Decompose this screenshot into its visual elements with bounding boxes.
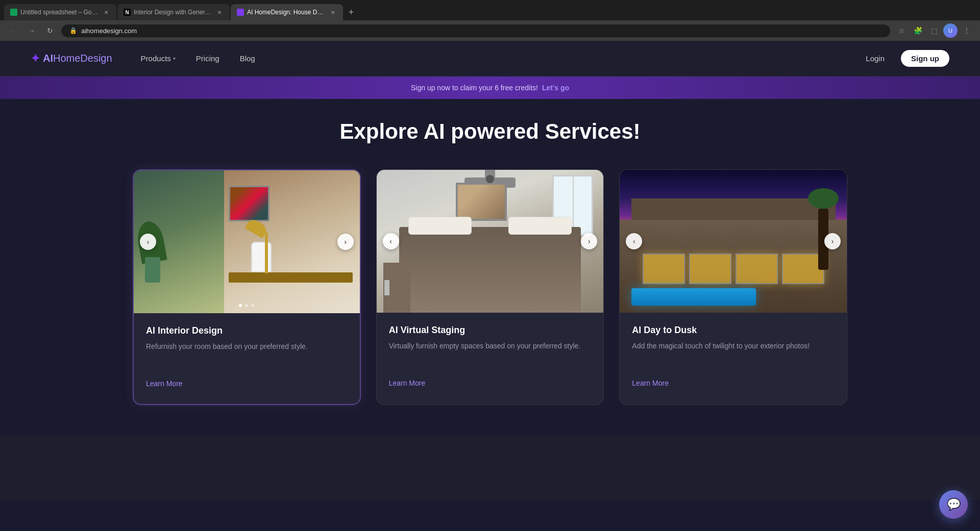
- address-bar-row: ← → ↻ 🔒 aihomedesign.com ☆ 🧩 ⬚ U ⋮: [0, 20, 980, 41]
- tab-ai[interactable]: AI HomeDesign: House Desig… ✕: [231, 4, 343, 20]
- window-3: [736, 254, 778, 284]
- products-chevron-icon: ▾: [173, 56, 176, 61]
- lock-icon: 🔒: [69, 27, 77, 34]
- back-button[interactable]: ←: [6, 23, 20, 38]
- promo-cta[interactable]: Let's go: [542, 84, 569, 92]
- nav-products-label: Products: [141, 54, 171, 63]
- logo[interactable]: ✦ AIHomeDesign: [31, 52, 112, 65]
- card-dusk-body: AI Day to Dusk Add the magical touch of …: [620, 313, 847, 403]
- promo-text: Sign up now to claim your 6 free credits…: [411, 84, 538, 92]
- nightstand-lamp: [384, 280, 389, 295]
- card-dusk-desc: Add the magical touch of twilight to you…: [632, 341, 835, 366]
- dot-3: [251, 304, 254, 307]
- pillow-right: [508, 217, 572, 235]
- nav-blog[interactable]: Blog: [232, 50, 263, 67]
- tab-notion-title: Interior Design with Generati…: [134, 9, 212, 16]
- card-staging-image: ‹ ›: [377, 170, 604, 313]
- ai-favicon: [237, 9, 244, 16]
- card-interior-next[interactable]: ›: [337, 234, 354, 250]
- website-content: ✦ AIHomeDesign Products ▾ Pricing Blog L…: [0, 41, 980, 500]
- pool: [631, 288, 756, 306]
- card-day-to-dusk[interactable]: ‹ › AI Day to Dusk Add the magical touch…: [619, 169, 847, 405]
- card-dusk-prev[interactable]: ‹: [626, 233, 642, 249]
- address-bar[interactable]: 🔒 aihomedesign.com: [61, 24, 890, 37]
- pillow-left: [408, 217, 472, 235]
- refresh-button[interactable]: ↻: [43, 23, 57, 38]
- new-tab-button[interactable]: +: [344, 5, 358, 19]
- card-staging-title: AI Virtual Staging: [389, 325, 592, 336]
- forward-button[interactable]: →: [24, 23, 39, 38]
- window-2: [689, 254, 731, 284]
- logo-text: AIHomeDesign: [43, 53, 112, 64]
- service-cards-grid: ‹ › AI Interior Design Refurnish your ro…: [133, 169, 847, 405]
- desk: [229, 272, 353, 283]
- chat-button[interactable]: 💬: [939, 490, 968, 519]
- profile-avatar[interactable]: U: [943, 23, 958, 38]
- palm-leaves: [808, 188, 839, 209]
- extensions-icon[interactable]: 🧩: [911, 23, 925, 38]
- interior-carousel-dots: [239, 304, 254, 307]
- browser-chrome: Untitled spreadsheet – Goo… ✕ N Interior…: [0, 0, 980, 41]
- nav-pricing[interactable]: Pricing: [188, 50, 228, 67]
- tab-ai-close[interactable]: ✕: [329, 8, 337, 16]
- toolbar-right: ☆ 🧩 ⬚ U ⋮: [894, 23, 974, 38]
- card-interior-design[interactable]: ‹ › AI Interior Design Refurnish your ro…: [133, 169, 361, 405]
- split-view-icon[interactable]: ⬚: [927, 23, 941, 38]
- card-interior-body: AI Interior Design Refurnish your room b…: [134, 313, 360, 404]
- nav-blog-label: Blog: [240, 54, 255, 63]
- main-content: Explore AI powered Services!: [0, 99, 980, 436]
- tab-sheets-title: Untitled spreadsheet – Goo…: [20, 9, 99, 16]
- card-interior-title: AI Interior Design: [146, 325, 348, 336]
- promo-banner: Sign up now to claim your 6 free credits…: [0, 77, 980, 99]
- house-roof: [631, 198, 836, 220]
- card-interior-image: ‹ ›: [134, 170, 360, 313]
- window-1: [643, 254, 685, 284]
- login-button[interactable]: Login: [855, 50, 895, 67]
- logo-icon: ✦: [31, 52, 40, 65]
- dot-1: [239, 304, 242, 307]
- house-windows: [643, 254, 824, 284]
- card-dusk-image: ‹ ›: [620, 170, 847, 313]
- card-staging-learn-more[interactable]: Learn More: [389, 379, 426, 387]
- tab-sheets-close[interactable]: ✕: [102, 8, 110, 16]
- section-title: Explore AI powered Services!: [31, 119, 949, 144]
- card-staging-body: AI Virtual Staging Virtually furnish emp…: [377, 313, 604, 403]
- card-interior-prev[interactable]: ‹: [140, 234, 156, 250]
- nav-products[interactable]: Products ▾: [133, 50, 184, 67]
- chair: [251, 242, 272, 272]
- plant-pot: [145, 257, 160, 283]
- card-staging-desc: Virtually furnish empty spaces based on …: [389, 341, 592, 366]
- nav-left: ✦ AIHomeDesign Products ▾ Pricing Blog: [31, 50, 263, 67]
- navbar: ✦ AIHomeDesign Products ▾ Pricing Blog L…: [0, 41, 980, 77]
- card-dusk-learn-more[interactable]: Learn More: [632, 379, 669, 387]
- card-dusk-next[interactable]: ›: [824, 233, 841, 249]
- card-staging-next[interactable]: ›: [581, 233, 597, 249]
- tab-notion[interactable]: N Interior Design with Generati… ✕: [117, 4, 230, 20]
- signup-button[interactable]: Sign up: [901, 50, 949, 67]
- card-interior-learn-more[interactable]: Learn More: [146, 380, 183, 388]
- tab-ai-title: AI HomeDesign: House Desig…: [247, 9, 326, 16]
- card-virtual-staging[interactable]: ‹ › AI Virtual Staging Virtually furnish…: [376, 169, 604, 405]
- picture-frame: [456, 183, 507, 221]
- tab-sheets[interactable]: Untitled spreadsheet – Goo… ✕: [4, 4, 116, 20]
- nav-menu: Products ▾ Pricing Blog: [133, 50, 263, 67]
- chat-icon: 💬: [947, 498, 961, 511]
- bookmark-icon[interactable]: ☆: [894, 23, 909, 38]
- nightstand: [383, 263, 410, 313]
- lamp-stand: [265, 233, 268, 273]
- tab-bar: Untitled spreadsheet – Goo… ✕ N Interior…: [0, 0, 980, 20]
- painting: [229, 186, 270, 221]
- nav-right: Login Sign up: [855, 50, 949, 67]
- bed: [399, 227, 581, 313]
- card-dusk-title: AI Day to Dusk: [632, 325, 835, 336]
- ceiling-fan-center: [486, 175, 494, 183]
- dot-2: [245, 304, 248, 307]
- tab-notion-close[interactable]: ✕: [215, 8, 224, 16]
- nav-pricing-label: Pricing: [196, 54, 219, 63]
- card-staging-prev[interactable]: ‹: [383, 233, 399, 249]
- sheets-favicon: [10, 9, 17, 16]
- url-text: aihomedesign.com: [81, 27, 882, 35]
- window-4: [782, 254, 824, 284]
- menu-icon[interactable]: ⋮: [960, 23, 974, 38]
- notion-favicon: N: [124, 9, 131, 16]
